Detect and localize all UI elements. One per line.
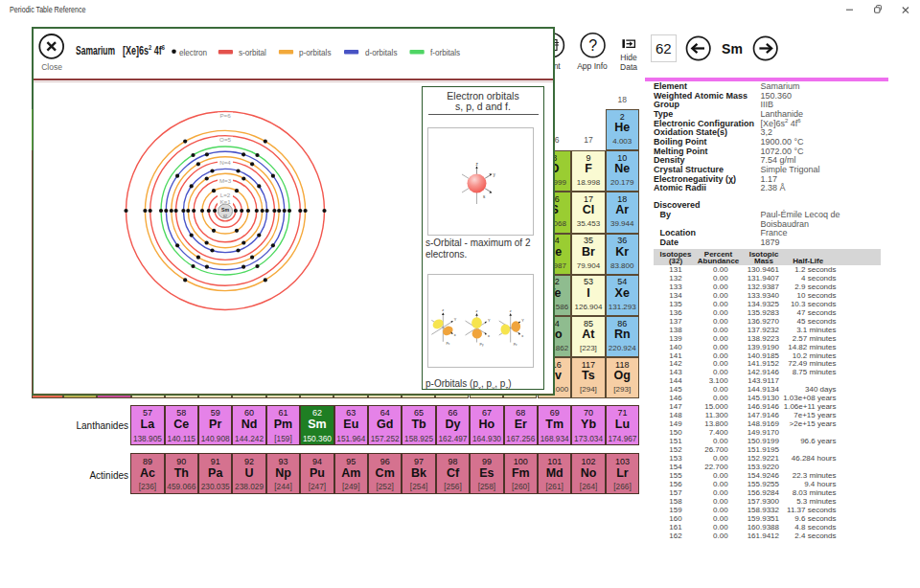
svg-text:z: z [476,309,478,313]
svg-text:O=5: O=5 [219,136,231,143]
svg-text:z: z [510,309,512,313]
svg-text:z: z [475,162,478,167]
svg-text:z: z [442,308,444,312]
svg-text:Y: Y [521,319,524,323]
svg-text:62: 62 [223,215,227,218]
svg-text:L=2: L=2 [220,192,231,198]
svg-text:py: py [480,341,484,347]
svg-text:s: s [483,194,486,199]
svg-text:P=6: P=6 [219,112,231,119]
svg-text:x: x [454,333,456,337]
svg-text:px: px [446,340,449,346]
svg-text:M=3: M=3 [219,177,232,184]
svg-text:?: ? [588,37,597,54]
svg-text:Y: Y [454,318,457,322]
svg-text:y: y [494,172,496,177]
svg-text:N=4: N=4 [219,159,231,166]
svg-text:Sm: Sm [221,207,229,213]
svg-text:Y: Y [488,319,491,323]
svg-text:x: x [521,334,523,338]
svg-text:pz: pz [514,341,518,347]
svg-text:x: x [488,334,490,338]
